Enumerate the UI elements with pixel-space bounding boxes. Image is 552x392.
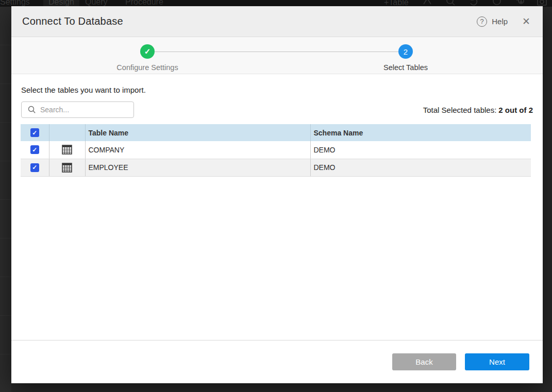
- step-select-tables[interactable]: 2 Select Tables: [354, 44, 457, 72]
- help-icon: ?: [477, 16, 487, 27]
- table-row[interactable]: ✓ EMPLOYEE DEMO: [21, 159, 531, 176]
- dialog-header: Connect To Database ? Help ✕: [11, 6, 543, 37]
- schema-name-cell: DEMO: [310, 159, 531, 176]
- table-grid-icon: [62, 163, 72, 173]
- schema-name-column-header: Schema Name: [310, 124, 531, 141]
- row-checkbox[interactable]: ✓: [30, 163, 39, 172]
- tables-list: ✓ Table Name Schema Name ✓ COMPANY DEMO …: [21, 124, 531, 177]
- icon-column-header: [49, 124, 85, 141]
- footer-divider: [11, 340, 543, 340]
- search-icon: [28, 106, 36, 114]
- select-all-checkbox[interactable]: ✓: [30, 128, 39, 137]
- next-button[interactable]: Next: [465, 353, 529, 370]
- table-grid-icon: [62, 145, 72, 155]
- selected-tables-summary: Total Selected tables:2 out of 2: [423, 106, 533, 114]
- table-name-cell: COMPANY: [85, 141, 310, 159]
- step-complete-check-icon: ✓: [140, 44, 155, 59]
- instruction-text: Select the tables you want to import.: [21, 86, 146, 94]
- step-configure-settings[interactable]: ✓ Configure Settings: [96, 44, 199, 72]
- table-name-cell: EMPLOYEE: [85, 159, 310, 176]
- summary-value: 2 out of 2: [498, 106, 533, 114]
- schema-name-cell: DEMO: [310, 141, 531, 159]
- dialog-title: Connect To Database: [22, 15, 123, 27]
- background-left-panel: [0, 7, 11, 392]
- back-button[interactable]: Back: [392, 353, 456, 370]
- table-header-row: ✓ Table Name Schema Name: [21, 124, 531, 141]
- connect-to-database-dialog: Connect To Database ? Help ✕ ✓ Configure…: [11, 6, 543, 383]
- summary-label: Total Selected tables:: [423, 106, 497, 114]
- table-search-box: [21, 101, 134, 118]
- wizard-stepper: ✓ Configure Settings 2 Select Tables: [11, 37, 543, 74]
- search-input[interactable]: [40, 106, 125, 114]
- step-number-badge: 2: [398, 44, 413, 59]
- help-button[interactable]: ? Help: [477, 16, 508, 27]
- step-label: Select Tables: [354, 63, 457, 72]
- close-icon[interactable]: ✕: [522, 16, 530, 26]
- step-label: Configure Settings: [96, 63, 199, 72]
- help-label: Help: [492, 17, 508, 26]
- table-name-column-header: Table Name: [85, 124, 310, 141]
- row-checkbox[interactable]: ✓: [30, 145, 39, 154]
- table-row[interactable]: ✓ COMPANY DEMO: [21, 141, 531, 159]
